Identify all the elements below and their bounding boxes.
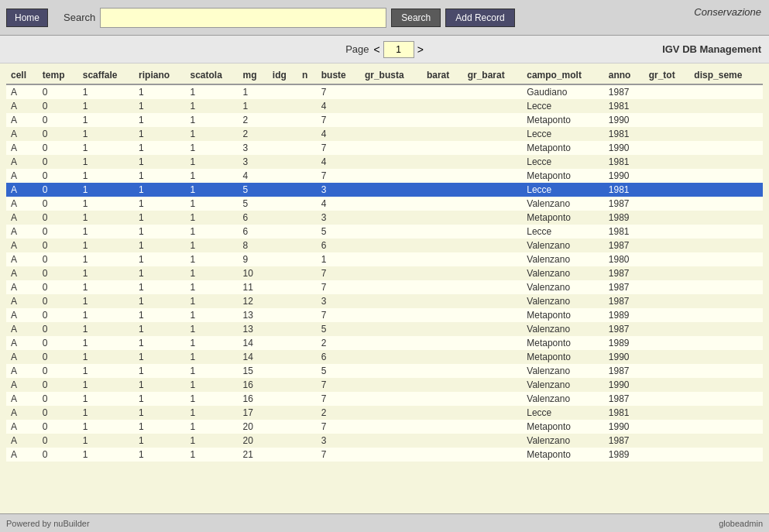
header: Home Search Search Add Record Conservazi… bbox=[0, 0, 769, 36]
table-cell-barat bbox=[422, 294, 463, 308]
table-row[interactable]: A011117Gaudiano1987 bbox=[6, 84, 763, 99]
subheader: Page < > IGV DB Management bbox=[0, 36, 769, 63]
table-row[interactable]: A0111167Valenzano1990 bbox=[6, 378, 763, 392]
table-row[interactable]: A0111142Metaponto1989 bbox=[6, 336, 763, 350]
table-row[interactable]: A0111172Lecce1981 bbox=[6, 406, 763, 420]
table-cell-gr_tot bbox=[644, 141, 690, 155]
add-record-button[interactable]: Add Record bbox=[445, 9, 514, 27]
table-cell-scaffale: 1 bbox=[78, 280, 134, 294]
table-row[interactable]: A0111123Valenzano1987 bbox=[6, 294, 763, 308]
table-row[interactable]: A0111203Valenzano1987 bbox=[6, 434, 763, 448]
table-row[interactable]: A011154Valenzano1987 bbox=[6, 197, 763, 211]
table-cell-campo_molt: Lecce bbox=[522, 225, 604, 239]
table-row[interactable]: A0111207Metaponto1990 bbox=[6, 420, 763, 434]
table-cell-idg bbox=[268, 420, 297, 434]
table-cell-gr_tot bbox=[644, 448, 690, 462]
table-row[interactable]: A0111137Metaponto1989 bbox=[6, 308, 763, 322]
table-cell-anno: 1981 bbox=[604, 406, 644, 420]
table-cell-ripiano: 1 bbox=[134, 406, 185, 420]
table-cell-barat bbox=[422, 225, 463, 239]
table-cell-n bbox=[297, 183, 317, 197]
table-cell-barat bbox=[422, 141, 463, 155]
table-cell-anno: 1981 bbox=[604, 99, 644, 113]
table-row[interactable]: A0111107Valenzano1987 bbox=[6, 266, 763, 280]
table-row[interactable]: A011147Metaponto1990 bbox=[6, 169, 763, 183]
table-row[interactable]: A011191Valenzano1980 bbox=[6, 252, 763, 266]
table-cell-gr_tot bbox=[644, 406, 690, 420]
page-number-input[interactable] bbox=[383, 41, 414, 58]
table-cell-barat bbox=[422, 239, 463, 252]
table-cell-gr_tot bbox=[644, 392, 690, 406]
table-cell-mg: 13 bbox=[239, 308, 268, 322]
table-cell-scatola: 1 bbox=[185, 364, 238, 378]
table-row[interactable]: A011165Lecce1981 bbox=[6, 225, 763, 239]
home-button[interactable]: Home bbox=[6, 9, 48, 27]
table-cell-gr_tot bbox=[644, 336, 690, 350]
db-title: IGV DB Management bbox=[662, 43, 761, 55]
table-cell-campo_molt: Gaudiano bbox=[522, 84, 604, 99]
table-cell-idg bbox=[268, 350, 297, 364]
table-cell-idg bbox=[268, 113, 297, 127]
table-cell-temp: 0 bbox=[38, 252, 78, 266]
table-cell-gr_busta bbox=[360, 392, 422, 406]
table-cell-n bbox=[297, 392, 317, 406]
table-cell-n bbox=[297, 448, 317, 462]
table-cell-scaffale: 1 bbox=[78, 378, 134, 392]
table-row[interactable]: A011134Lecce1981 bbox=[6, 155, 763, 169]
table-cell-cell: A bbox=[6, 336, 38, 350]
table-row[interactable]: A0111155Valenzano1987 bbox=[6, 364, 763, 378]
table-cell-gr_busta bbox=[360, 280, 422, 294]
table-row[interactable]: A0111217Metaponto1989 bbox=[6, 448, 763, 462]
table-cell-scatola: 1 bbox=[185, 99, 238, 113]
table-cell-temp: 0 bbox=[38, 225, 78, 239]
table-cell-campo_molt: Valenzano bbox=[522, 392, 604, 406]
table-cell-temp: 0 bbox=[38, 322, 78, 336]
table-cell-gr_tot bbox=[644, 225, 690, 239]
table-cell-mg: 9 bbox=[239, 252, 268, 266]
table-row[interactable]: A011163Metaponto1989 bbox=[6, 211, 763, 225]
table-cell-scaffale: 1 bbox=[78, 169, 134, 183]
table-cell-campo_molt: Metaponto bbox=[522, 308, 604, 322]
table-row[interactable]: A011127Metaponto1990 bbox=[6, 113, 763, 127]
table-cell-gr_tot bbox=[644, 197, 690, 211]
table-cell-barat bbox=[422, 84, 463, 99]
table-row[interactable]: A0111117Valenzano1987 bbox=[6, 280, 763, 294]
table-cell-n bbox=[297, 252, 317, 266]
table-row[interactable]: A011186Valenzano1987 bbox=[6, 239, 763, 252]
table-cell-gr_busta bbox=[360, 294, 422, 308]
table-cell-idg bbox=[268, 392, 297, 406]
table-header: celltempscaffaleripianoscatolamgidgnbust… bbox=[6, 67, 763, 84]
table-cell-barat bbox=[422, 280, 463, 294]
table-row[interactable]: A0111146Metaponto1990 bbox=[6, 350, 763, 364]
table-cell-anno: 1987 bbox=[604, 294, 644, 308]
table-cell-barat bbox=[422, 364, 463, 378]
page-prev-button[interactable]: < bbox=[374, 43, 380, 56]
table-row[interactable]: A011124Lecce1981 bbox=[6, 127, 763, 141]
table-cell-scaffale: 1 bbox=[78, 322, 134, 336]
table-cell-barat bbox=[422, 169, 463, 183]
table-cell-temp: 0 bbox=[38, 420, 78, 434]
table-cell-gr_tot bbox=[644, 364, 690, 378]
col-header-ripiano: ripiano bbox=[134, 67, 185, 84]
table-cell-gr_tot bbox=[644, 378, 690, 392]
search-input[interactable] bbox=[100, 8, 386, 28]
table-cell-anno: 1980 bbox=[604, 252, 644, 266]
table-cell-n bbox=[297, 420, 317, 434]
table-cell-ripiano: 1 bbox=[134, 350, 185, 364]
table-cell-temp: 0 bbox=[38, 141, 78, 155]
table-cell-anno: 1981 bbox=[604, 183, 644, 197]
table-cell-gr_tot bbox=[644, 113, 690, 127]
table-cell-idg bbox=[268, 280, 297, 294]
table-cell-ripiano: 1 bbox=[134, 392, 185, 406]
table-row[interactable]: A011137Metaponto1990 bbox=[6, 141, 763, 155]
table-row[interactable]: A011114Lecce1981 bbox=[6, 99, 763, 113]
table-cell-gr_busta bbox=[360, 211, 422, 225]
table-row[interactable]: A011153Lecce1981 bbox=[6, 183, 763, 197]
page-next-button[interactable]: > bbox=[417, 43, 424, 56]
search-button[interactable]: Search bbox=[391, 9, 441, 27]
table-cell-campo_molt: Valenzano bbox=[522, 322, 604, 336]
table-row[interactable]: A0111135Valenzano1987 bbox=[6, 322, 763, 336]
table-cell-campo_molt: Metaponto bbox=[522, 169, 604, 183]
table-row[interactable]: A0111167Valenzano1987 bbox=[6, 392, 763, 406]
table-cell-ripiano: 1 bbox=[134, 169, 185, 183]
